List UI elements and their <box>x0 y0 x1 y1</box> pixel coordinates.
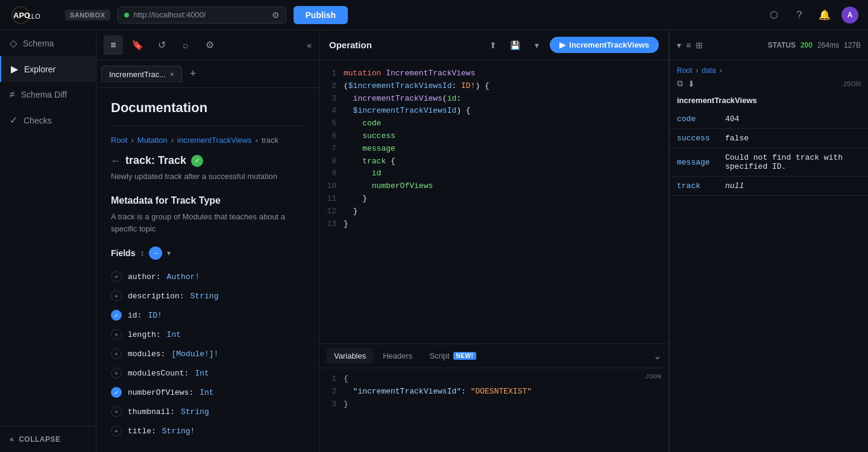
tab-variables[interactable]: Variables <box>327 348 373 364</box>
tab-script[interactable]: Script NEW! <box>422 348 483 364</box>
var-line-2: 2 "incrementTrackViewsId": "DOESNTEXIST" <box>319 386 668 398</box>
fields-chevron-icon[interactable]: ▾ <box>167 249 171 257</box>
resp-val-message: Could not find track with specified ID. <box>718 148 868 177</box>
doc-tool-bookmark-icon[interactable]: 🔖 <box>128 36 147 55</box>
response-section-title: incrementTrackViews <box>670 93 868 110</box>
notifications-icon[interactable]: 🔔 <box>816 7 833 24</box>
field-add-length-icon[interactable]: + <box>111 329 122 340</box>
resp-table-icon[interactable]: ⊞ <box>696 40 703 50</box>
sandbox-badge: SANDBOX <box>65 10 110 20</box>
breadcrumb-increment[interactable]: incrementTrackViews <box>177 136 252 145</box>
save-chevron-icon[interactable]: ▾ <box>528 37 545 54</box>
doc-tool-list-icon[interactable]: ≡ <box>104 36 123 55</box>
resp-breadcrumb-root[interactable]: Root <box>677 66 692 75</box>
table-row-success: success false <box>670 129 868 148</box>
checks-icon: ✓ <box>10 115 17 126</box>
status-label: STATUS <box>768 41 796 49</box>
doc-content: Documentation Root › Mutation › incremen… <box>96 88 319 452</box>
back-row: ← track: Track ✓ <box>111 154 304 167</box>
back-button[interactable]: ← <box>111 155 121 166</box>
vars-collapse-icon[interactable]: ⌄ <box>653 350 661 362</box>
url-bar[interactable]: http://localhost:4000/ ⚙ <box>118 7 286 24</box>
collapse-button[interactable]: « COLLAPSE <box>0 426 96 452</box>
code-line-2: 2 ($incrementTrackViewsId: ID!) { <box>319 80 668 93</box>
resp-collapse-icon[interactable]: ▾ <box>677 40 681 50</box>
save-icon[interactable]: 💾 <box>506 37 523 54</box>
url-settings-icon[interactable]: ⚙ <box>272 10 280 20</box>
field-add-modules-icon[interactable]: + <box>111 348 122 359</box>
sidebar-item-explorer[interactable]: ▶ Explorer <box>0 56 96 82</box>
breadcrumb-track: track <box>262 136 278 145</box>
field-add-author-icon[interactable]: + <box>111 271 122 282</box>
tab-add-button[interactable]: + <box>184 66 201 83</box>
code-line-6: 6 success <box>319 130 668 143</box>
track-label: track: <box>125 154 158 166</box>
field-check-views-icon[interactable]: ✓ <box>111 387 122 398</box>
field-check-id-icon[interactable]: ✓ <box>111 310 122 321</box>
run-button[interactable]: ▶ IncrementTrackViews <box>550 37 659 53</box>
breadcrumb-mutation[interactable]: Mutation <box>137 136 168 145</box>
help-icon[interactable]: ? <box>791 7 808 24</box>
sidebar-item-schema-diff[interactable]: ≠ Schema Diff <box>0 82 96 107</box>
breadcrumb-root[interactable]: Root <box>111 136 127 145</box>
field-description: + description: String <box>111 286 304 306</box>
resp-breadcrumb-data[interactable]: data <box>702 66 715 75</box>
tab-headers-label: Headers <box>383 351 412 360</box>
svg-text:LLO: LLO <box>28 13 40 20</box>
sidebar-item-label-schema: Schema <box>23 39 54 48</box>
fields-header: Fields ↕ − ▾ <box>111 246 304 260</box>
code-editor[interactable]: 1 mutation IncrementTrackViews 2 ($incre… <box>319 60 668 344</box>
doc-tool-settings-icon[interactable]: ⚙ <box>200 36 219 55</box>
share-icon[interactable]: ⬆ <box>485 37 502 54</box>
operation-header: Operation ⬆ 💾 ▾ ▶ IncrementTrackViews <box>319 30 668 60</box>
doc-panel-collapse-icon[interactable]: « <box>307 40 312 50</box>
resp-layout-icon[interactable]: ≡ <box>686 40 691 50</box>
operation-actions: ⬆ 💾 ▾ ▶ IncrementTrackViews <box>485 37 659 54</box>
field-add-thumbnail-icon[interactable]: + <box>111 406 122 417</box>
avatar[interactable]: A <box>841 7 858 24</box>
tab-close-icon[interactable]: ✕ <box>169 71 174 78</box>
table-row-message: message Could not find track with specif… <box>670 148 868 177</box>
sidebar-item-schema[interactable]: ◇ Schema <box>0 30 96 56</box>
code-line-5: 5 code <box>319 118 668 130</box>
resp-download-icon[interactable]: ⬇ <box>688 79 695 89</box>
tab-script-label: Script <box>429 351 449 360</box>
status-group: STATUS 200 264ms 127B <box>768 41 861 49</box>
status-time: 264ms <box>817 41 839 49</box>
code-line-1: 1 mutation IncrementTrackViews <box>319 67 668 80</box>
doc-toolbar: ≡ 🔖 ↺ ⌕ ⚙ « <box>96 30 319 60</box>
filter-button[interactable]: − <box>149 246 162 260</box>
variables-code[interactable]: JSON 1 { 2 "incrementTrackViewsId": "DOE… <box>319 368 668 452</box>
fields-label: Fields <box>111 248 135 258</box>
sort-icon[interactable]: ↕ <box>140 248 144 258</box>
doc-tool-search-icon[interactable]: ⌕ <box>176 36 195 55</box>
resp-val-code: 404 <box>718 110 868 129</box>
resp-copy-icon[interactable]: ⧉ <box>677 78 683 89</box>
field-add-modules-count-icon[interactable]: + <box>111 368 122 378</box>
response-panel: ▾ ≡ ⊞ STATUS 200 264ms 127B Root › data … <box>669 30 868 452</box>
var-line-3: 3 } <box>319 398 668 411</box>
schema-diff-icon: ≠ <box>10 89 15 100</box>
studio-icon[interactable]: ⬡ <box>766 7 782 24</box>
field-thumbnail: + thumbnail: String <box>111 402 304 421</box>
breadcrumb: Root › Mutation › incrementTrackViews › … <box>111 136 304 145</box>
tab-headers[interactable]: Headers <box>376 348 420 364</box>
code-line-9: 9 id <box>319 168 668 180</box>
var-line-1: 1 { <box>319 373 668 386</box>
publish-button[interactable]: Publish <box>294 6 348 24</box>
resp-key-success: success <box>670 129 718 148</box>
code-line-8: 8 track { <box>319 155 668 168</box>
explorer-icon: ▶ <box>11 63 18 75</box>
doc-tool-history-icon[interactable]: ↺ <box>152 36 171 55</box>
code-line-7: 7 message <box>319 143 668 155</box>
sidebar-item-checks[interactable]: ✓ Checks <box>0 107 96 133</box>
resp-val-track: null <box>718 177 868 196</box>
field-add-description-icon[interactable]: + <box>111 290 122 301</box>
resp-key-message: message <box>670 148 718 177</box>
response-header: ▾ ≡ ⊞ STATUS 200 264ms 127B <box>670 30 868 60</box>
tab-increment-track[interactable]: IncrementTrac... ✕ <box>101 66 182 83</box>
field-add-title-icon[interactable]: + <box>111 425 122 436</box>
main-layout: ◇ Schema ▶ Explorer ≠ Schema Diff ✓ Chec… <box>0 30 868 452</box>
tab-variables-label: Variables <box>334 351 366 360</box>
connection-status-dot <box>124 13 129 17</box>
